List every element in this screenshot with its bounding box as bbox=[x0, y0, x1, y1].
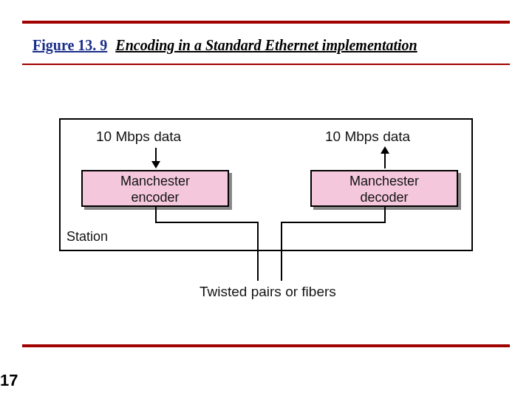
decoder-horiz-line bbox=[281, 222, 386, 223]
left-drop-line bbox=[257, 222, 259, 281]
arrow-into-encoder-line bbox=[155, 148, 157, 161]
figure-caption: Encoding in a Standard Ethernet implemen… bbox=[115, 37, 417, 53]
rule-bottom bbox=[22, 344, 510, 347]
rule-top-thin bbox=[22, 64, 510, 65]
decoder-down-line bbox=[384, 207, 386, 222]
decoder-label-2: decoder bbox=[360, 190, 408, 205]
manchester-encoder-box: Manchester encoder bbox=[81, 170, 229, 207]
page-number: 17 bbox=[0, 371, 18, 390]
figure-title-row: Figure 13. 9 Encoding in a Standard Ethe… bbox=[33, 37, 505, 54]
encoder-down-line bbox=[155, 207, 157, 222]
data-out-label: 10 Mbps data bbox=[325, 129, 410, 145]
manchester-decoder-box: Manchester decoder bbox=[310, 170, 458, 207]
ethernet-encoding-diagram: 10 Mbps data Manchester encoder 10 Mbps … bbox=[59, 118, 473, 310]
arrow-into-encoder-head bbox=[151, 161, 160, 168]
encoder-label-1: Manchester bbox=[120, 174, 190, 188]
station-label: Station bbox=[66, 229, 108, 245]
figure-number: Figure 13. 9 bbox=[33, 37, 107, 53]
encoder-label-2: encoder bbox=[131, 190, 179, 205]
rule-top-thick bbox=[22, 21, 510, 24]
medium-label: Twisted pairs or fibers bbox=[200, 284, 336, 300]
data-in-label: 10 Mbps data bbox=[96, 129, 181, 145]
arrow-out-decoder-line bbox=[384, 154, 386, 168]
right-drop-line bbox=[281, 222, 282, 281]
arrow-out-decoder-head bbox=[381, 146, 389, 154]
encoder-horiz-line bbox=[155, 222, 259, 223]
slide: Figure 13. 9 Encoding in a Standard Ethe… bbox=[0, 0, 532, 399]
decoder-label-1: Manchester bbox=[349, 174, 419, 188]
